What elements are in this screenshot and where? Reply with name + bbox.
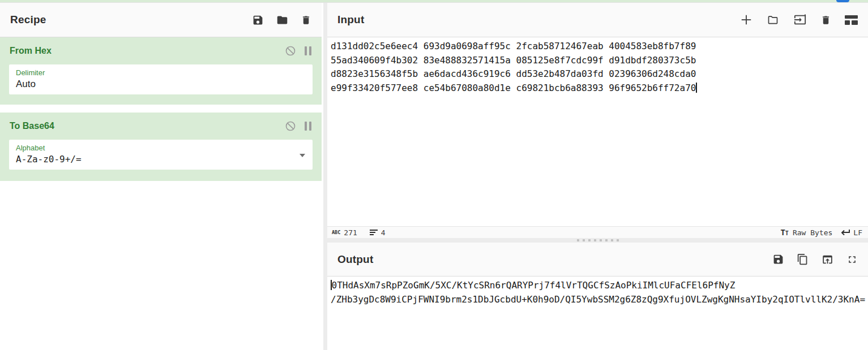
input-text-cursor [696, 83, 697, 93]
input-line: 55ad340609f4b302 83e488832571415a 085125… [331, 55, 696, 66]
add-input-tab-button[interactable] [740, 14, 752, 26]
input-status-bar: ABC 271 4 TT Raw Bytes LF [327, 226, 868, 238]
trash-icon [301, 14, 311, 26]
folder-icon [276, 14, 289, 26]
plus-icon [740, 14, 752, 26]
line-count-value: 4 [381, 228, 386, 237]
output-editor[interactable]: 0THdAsXm7sRpPZoGmK/5XC/KtYcSRn6rQARYPrj7… [327, 276, 868, 350]
load-recipe-button[interactable] [276, 14, 289, 26]
disable-icon [285, 45, 296, 57]
file-input-icon [793, 14, 807, 26]
maximise-output-button[interactable] [846, 254, 858, 265]
folder-open-icon [766, 14, 780, 25]
input-line: e99f33420f577ee8 ce54b67080a80d1e c69821… [331, 83, 696, 93]
recipe-panel: Recipe [0, 3, 322, 350]
arg-alphabet-dropdown[interactable]: Alphabet A-Za-z0-9+/= [9, 140, 313, 170]
output-header: Output [327, 243, 868, 276]
char-count-icon: ABC [332, 230, 340, 235]
top-cutoff-strip [0, 0, 868, 3]
recipe-list: From Hex [0, 37, 322, 181]
input-header: Input [327, 3, 868, 37]
text-encoding-icon: TT [780, 228, 788, 237]
partial-blue-icon [836, 0, 849, 2]
disable-operation-button[interactable] [285, 45, 296, 57]
input-eol-button[interactable]: LF [840, 228, 862, 237]
io-panel: Input [327, 3, 868, 350]
arg-value: Auto [16, 79, 36, 89]
app-window: Recipe [0, 0, 868, 350]
operation-from-hex[interactable]: From Hex [0, 37, 322, 105]
input-encoding-button[interactable]: TT Raw Bytes [780, 228, 832, 237]
input-editor[interactable]: d131dd02c5e6eec4 693d9a0698aff95c 2fcab5… [327, 37, 868, 226]
return-arrow-icon [840, 229, 850, 236]
copy-icon [797, 253, 809, 266]
recipe-title: Recipe [10, 14, 46, 26]
clear-recipe-button[interactable] [301, 14, 311, 26]
save-icon [252, 14, 264, 26]
recipe-header: Recipe [0, 3, 322, 37]
operation-name: From Hex [10, 46, 52, 56]
layout-icon [845, 15, 858, 25]
trash-icon [820, 14, 831, 26]
replace-input-with-output-button[interactable] [821, 253, 834, 266]
export-up-icon [821, 253, 834, 266]
vertical-splitter[interactable] [323, 3, 327, 350]
arg-value: A-Za-z0-9+/= [16, 154, 82, 165]
open-file-input-button[interactable] [793, 14, 807, 26]
save-recipe-button[interactable] [252, 14, 264, 26]
arg-label: Alphabet [16, 144, 306, 152]
pause-icon [303, 46, 313, 56]
operation-to-base64[interactable]: To Base64 [0, 113, 322, 181]
operation-gap [0, 105, 322, 113]
save-output-button[interactable] [772, 253, 784, 265]
disable-operation-button[interactable] [285, 120, 296, 132]
clear-io-button[interactable] [820, 14, 831, 26]
chevron-down-icon [300, 154, 305, 157]
input-eol-value: LF [853, 228, 862, 237]
breakpoint-pause-button[interactable] [303, 46, 313, 56]
input-title: Input [337, 14, 364, 26]
char-count-value: 271 [344, 228, 357, 237]
output-line: 0THdAsXm7sRpPZoGmK/5XC/KtYcSRn6rQARYPrj7… [332, 280, 736, 291]
copy-output-button[interactable] [797, 253, 809, 266]
reset-layout-button[interactable] [845, 15, 858, 25]
line-count-icon [370, 229, 378, 236]
output-line: /ZHb3ygDc8W9iCPjFWNI9brm2s1DbJGcbdU+K0h9… [331, 294, 865, 305]
save-icon [772, 253, 784, 265]
open-folder-input-button[interactable] [766, 14, 780, 25]
horizontal-splitter[interactable] [327, 238, 868, 243]
pause-icon [303, 121, 313, 131]
arg-label: Delimiter [16, 68, 306, 77]
output-title: Output [337, 253, 373, 266]
arg-delimiter[interactable]: Delimiter Auto [9, 64, 313, 94]
operation-name: To Base64 [10, 121, 54, 131]
input-line: d131dd02c5e6eec4 693d9a0698aff95c 2fcab5… [331, 41, 696, 51]
input-encoding-value: Raw Bytes [793, 228, 832, 237]
disable-icon [285, 120, 296, 132]
breakpoint-pause-button[interactable] [303, 121, 313, 131]
input-line: d8823e3156348f5b ae6dacd436c919c6 dd53e2… [331, 68, 696, 79]
fullscreen-icon [846, 254, 858, 265]
